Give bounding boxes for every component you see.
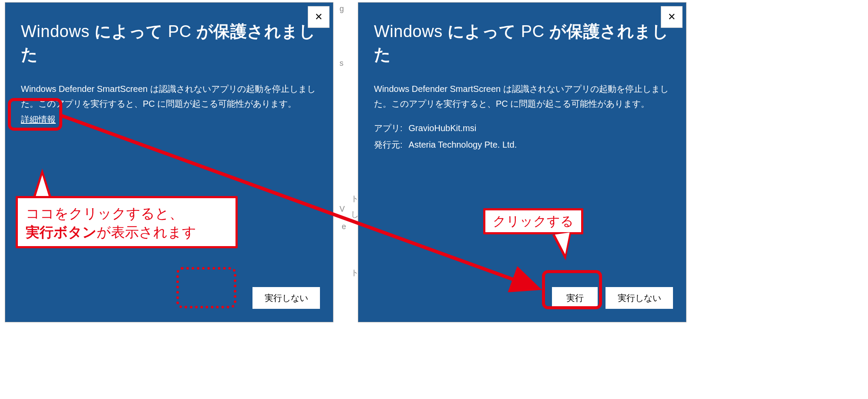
title-part: Windows	[374, 22, 447, 41]
title-part: PC	[168, 22, 196, 41]
title-part: によって	[94, 22, 168, 41]
background-text: g	[340, 4, 344, 14]
annotation-dotted-placeholder	[176, 267, 236, 308]
close-icon: ✕	[668, 11, 676, 23]
background-text: V	[340, 205, 345, 214]
title-part: Windows	[21, 22, 94, 41]
meta-info: アプリ: GravioHubKit.msi 発行元: Asteria Techn…	[358, 114, 686, 153]
dont-run-button[interactable]: 実行しない	[252, 287, 320, 309]
close-button[interactable]: ✕	[308, 6, 330, 28]
callout-text-strong: 実行ボタン	[26, 224, 97, 240]
smartscreen-dialog-left: ✕ Windows によって PC が保護されました Windows Defen…	[5, 2, 333, 322]
button-row: 実行しない	[252, 287, 320, 309]
callout-text: が表示されます	[97, 224, 196, 240]
smartscreen-dialog-right: ✕ Windows によって PC が保護されました Windows Defen…	[358, 2, 686, 322]
title-part: PC	[521, 22, 549, 41]
background-text: s	[340, 59, 343, 68]
dont-run-button[interactable]: 実行しない	[606, 287, 673, 309]
annotation-callout-right: クリックする	[483, 208, 583, 234]
dialog-title: Windows によって PC が保護されました	[5, 3, 333, 71]
publisher-label: 発行元:	[374, 136, 403, 153]
callout-text: クリックする	[493, 213, 574, 230]
close-button[interactable]: ✕	[661, 6, 683, 28]
annotation-callout-left: ココをクリックすると、 実行ボタンが表示されます	[16, 196, 238, 248]
title-part: によって	[447, 22, 521, 41]
app-value: GravioHubKit.msi	[409, 120, 477, 136]
annotation-callout-tail-inner	[35, 175, 50, 199]
callout-text: ココをクリックすると、	[26, 204, 228, 223]
dialog-body: Windows Defender SmartScreen は認識されないアプリの…	[358, 71, 686, 114]
annotation-callout-tail-inner	[555, 233, 572, 255]
annotation-highlight-more-info	[8, 98, 62, 131]
annotation-highlight-run	[542, 270, 602, 309]
publisher-value: Asteria Technology Pte. Ltd.	[409, 136, 517, 153]
background-text: e	[342, 222, 346, 231]
dialog-title: Windows によって PC が保護されました	[358, 3, 686, 71]
app-label: アプリ:	[374, 120, 403, 136]
close-icon: ✕	[315, 11, 323, 23]
